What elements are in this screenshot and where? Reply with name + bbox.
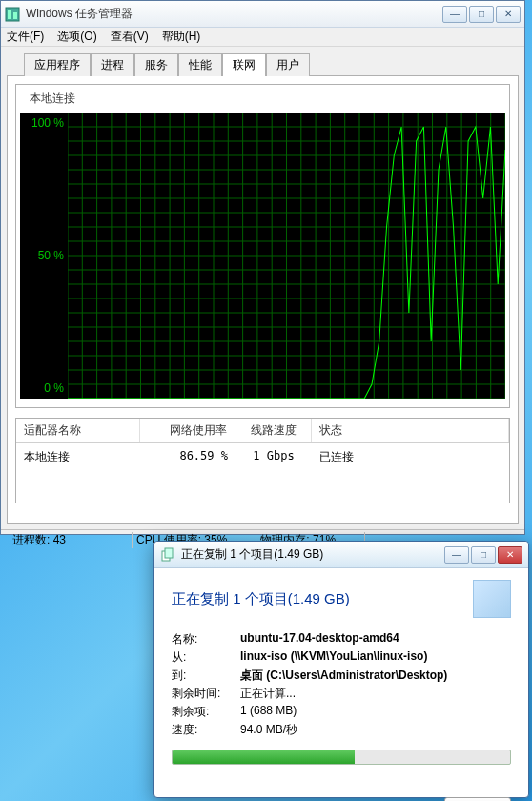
copy-destination-icon <box>473 580 511 618</box>
menu-options[interactable]: 选项(O) <box>57 29 96 45</box>
copy-footer: ˄ 简略信息 取消 <box>154 790 528 801</box>
copy-minimize-button[interactable]: — <box>444 546 469 564</box>
copy-details: 名称: ubuntu-17.04-desktop-amd64 从: linux-… <box>172 631 511 738</box>
td-state: 已连接 <box>312 447 509 467</box>
copy-window-title: 正在复制 1 个项目(1.49 GB) <box>181 546 444 563</box>
svg-rect-2 <box>13 12 17 19</box>
network-chart-box: 本地连接 100 % 50 % 0 % <box>15 84 510 408</box>
y-label-0: 0 % <box>44 381 64 395</box>
label-items-left: 剩余项: <box>172 704 240 720</box>
chart-title: 本地连接 <box>20 89 505 109</box>
svg-rect-1 <box>8 10 11 19</box>
adapter-table: 适配器名称 网络使用率 线路速度 状态 本地连接 86.59 % 1 Gbps … <box>15 418 510 503</box>
y-label-50: 50 % <box>38 249 64 262</box>
tab-services[interactable]: 服务 <box>134 53 178 76</box>
value-speed: 94.0 MB/秒 <box>240 722 511 738</box>
window-title: Windows 任务管理器 <box>26 6 442 22</box>
copy-icon <box>160 547 175 563</box>
tab-networking[interactable]: 联网 <box>222 53 266 76</box>
copy-heading-row: 正在复制 1 个项目(1.49 GB) <box>172 580 511 618</box>
label-time-left: 剩余时间: <box>172 686 240 702</box>
value-items-left: 1 (688 MB) <box>240 704 511 720</box>
table-row[interactable]: 本地连接 86.59 % 1 Gbps 已连接 <box>16 443 509 471</box>
y-label-100: 100 % <box>31 116 64 130</box>
tab-performance[interactable]: 性能 <box>178 53 222 76</box>
copy-dialog-window: 正在复制 1 个项目(1.49 GB) — □ ✕ 正在复制 1 个项目(1.4… <box>153 541 529 798</box>
value-name: ubuntu-17.04-desktop-amd64 <box>240 631 511 647</box>
value-time-left: 正在计算... <box>240 686 511 702</box>
menu-help[interactable]: 帮助(H) <box>162 29 201 45</box>
copy-body: 正在复制 1 个项目(1.49 GB) 名称: ubuntu-17.04-des… <box>154 568 528 790</box>
label-from: 从: <box>172 649 240 666</box>
window-controls: — □ ✕ <box>442 6 521 23</box>
minimize-button[interactable]: — <box>442 6 467 23</box>
td-speed: 1 Gbps <box>235 447 312 467</box>
copy-titlebar[interactable]: 正在复制 1 个项目(1.49 GB) — □ ✕ <box>154 542 528 568</box>
td-adapter: 本地连接 <box>16 447 140 467</box>
chart-y-axis: 100 % 50 % 0 % <box>20 113 68 399</box>
chart-area: 100 % 50 % 0 % <box>20 113 505 399</box>
th-state[interactable]: 状态 <box>312 419 509 442</box>
progress-bar-fill <box>173 750 355 764</box>
cancel-button[interactable]: 取消 <box>444 797 511 801</box>
copy-heading: 正在复制 1 个项目(1.49 GB) <box>172 590 473 608</box>
status-processes: 进程数: 43 <box>9 532 133 548</box>
tab-users[interactable]: 用户 <box>266 53 310 76</box>
copy-window-controls: — □ ✕ <box>444 546 522 564</box>
tab-processes[interactable]: 进程 <box>91 53 134 76</box>
svg-rect-56 <box>165 548 173 558</box>
tab-strip: 应用程序 进程 服务 性能 联网 用户 <box>1 47 524 75</box>
copy-close-button[interactable]: ✕ <box>498 546 522 564</box>
menu-view[interactable]: 查看(V) <box>111 29 149 45</box>
task-manager-window: Windows 任务管理器 — □ ✕ 文件(F) 选项(O) 查看(V) 帮助… <box>0 0 525 535</box>
label-speed: 速度: <box>172 722 240 738</box>
value-from: linux-iso (\\KVM\YouLian\linux-iso) <box>240 649 511 666</box>
value-to: 桌面 (C:\Users\Administrator\Desktop) <box>240 668 511 684</box>
menubar: 文件(F) 选项(O) 查看(V) 帮助(H) <box>1 28 524 47</box>
table-header: 适配器名称 网络使用率 线路速度 状态 <box>16 419 509 443</box>
task-manager-titlebar[interactable]: Windows 任务管理器 — □ ✕ <box>1 1 524 28</box>
close-button[interactable]: ✕ <box>496 6 521 23</box>
label-to: 到: <box>172 668 240 684</box>
td-usage: 86.59 % <box>140 447 235 467</box>
th-usage[interactable]: 网络使用率 <box>140 419 235 442</box>
th-adapter[interactable]: 适配器名称 <box>16 419 140 442</box>
task-manager-icon <box>5 7 20 22</box>
menu-file[interactable]: 文件(F) <box>7 29 44 45</box>
copy-maximize-button[interactable]: □ <box>471 546 496 564</box>
chart-canvas <box>68 113 505 399</box>
tab-content: 本地连接 100 % 50 % 0 % 适配器名称 网络使用率 <box>7 75 519 524</box>
progress-bar-container <box>172 750 511 765</box>
maximize-button[interactable]: □ <box>469 6 494 23</box>
tab-applications[interactable]: 应用程序 <box>24 53 91 76</box>
th-speed[interactable]: 线路速度 <box>235 419 312 442</box>
label-name: 名称: <box>172 631 240 647</box>
